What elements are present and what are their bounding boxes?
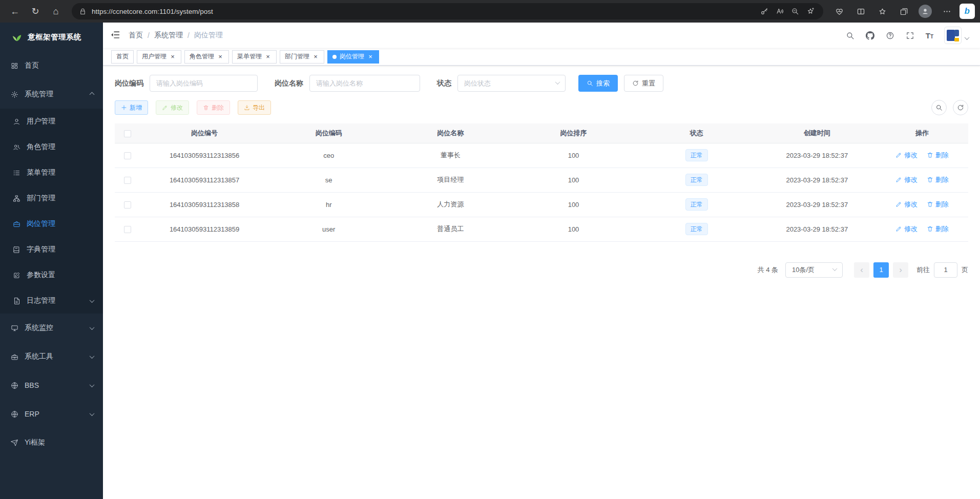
breadcrumb-system[interactable]: 系统管理 bbox=[154, 31, 183, 40]
main-area: 首页 / 系统管理 / 岗位管理 bbox=[103, 23, 980, 499]
favorites-icon[interactable] bbox=[873, 3, 891, 20]
cell-post-order: 100 bbox=[512, 217, 635, 241]
refresh-icon bbox=[957, 104, 964, 111]
delete-button[interactable]: 删除 bbox=[197, 100, 230, 115]
goto-page-input[interactable] bbox=[934, 262, 957, 278]
read-aloud-icon[interactable] bbox=[772, 4, 787, 18]
collections-icon[interactable] bbox=[895, 3, 912, 20]
edit-link[interactable]: 修改 bbox=[895, 200, 918, 209]
tab-role-management[interactable]: 角色管理× bbox=[184, 50, 229, 64]
tab-dept-management[interactable]: 部门管理× bbox=[280, 50, 324, 64]
sidebar-item-dept-management[interactable]: 部门管理 bbox=[0, 185, 103, 211]
delete-link[interactable]: 删除 bbox=[927, 224, 949, 234]
sidebar-item-param-settings[interactable]: 参数设置 bbox=[0, 262, 103, 288]
help-icon[interactable] bbox=[886, 31, 895, 40]
row-checkbox[interactable] bbox=[124, 177, 131, 184]
row-checkbox[interactable] bbox=[124, 152, 131, 159]
sidebar-item-log-management[interactable]: 日志管理 bbox=[0, 288, 103, 314]
sidebar-item-user-management[interactable]: 用户管理 bbox=[0, 109, 103, 134]
edit-icon bbox=[162, 105, 168, 111]
close-icon[interactable]: × bbox=[312, 53, 319, 60]
col-post-code: 岗位编码 bbox=[268, 123, 389, 143]
sidebar-item-bbs[interactable]: BBS bbox=[0, 371, 103, 400]
close-icon[interactable]: × bbox=[169, 53, 176, 60]
post-name-input[interactable] bbox=[309, 75, 420, 92]
copilot-icon[interactable]: b bbox=[960, 4, 975, 19]
row-checkbox[interactable] bbox=[124, 226, 131, 233]
profile-avatar[interactable] bbox=[916, 3, 934, 20]
refresh-table-button[interactable] bbox=[953, 100, 968, 115]
breadcrumb-home[interactable]: 首页 bbox=[129, 31, 143, 40]
close-icon[interactable]: × bbox=[217, 53, 224, 60]
sidebar-item-role-management[interactable]: 角色管理 bbox=[0, 134, 103, 160]
password-key-icon[interactable] bbox=[757, 4, 772, 18]
cell-post-name: 人力资源 bbox=[389, 192, 512, 217]
site-lock-icon[interactable] bbox=[79, 8, 87, 15]
address-bar[interactable]: https://ccnetcore.com:1101/system/post bbox=[72, 3, 823, 19]
browser-refresh-icon[interactable]: ↻ bbox=[27, 3, 44, 20]
more-menu-icon[interactable] bbox=[938, 3, 955, 20]
tab-post-management[interactable]: 岗位管理× bbox=[327, 50, 379, 64]
delete-link[interactable]: 删除 bbox=[927, 175, 949, 184]
trash-icon bbox=[927, 225, 933, 232]
page-size-select[interactable]: 10条/页 bbox=[785, 262, 843, 278]
header-search-icon[interactable] bbox=[846, 31, 855, 40]
sidebar-menu: 首页 系统管理 用户管理 角色管理 bbox=[0, 51, 103, 457]
sidebar-item-erp[interactable]: ERP bbox=[0, 400, 103, 428]
edit-link[interactable]: 修改 bbox=[895, 175, 918, 184]
edit-button[interactable]: 修改 bbox=[156, 100, 189, 115]
sidebar-item-yi-framework[interactable]: Yi框架 bbox=[0, 428, 103, 457]
sidebar-item-menu-management[interactable]: 菜单管理 bbox=[0, 160, 103, 185]
prev-page-button[interactable]: ‹ bbox=[854, 262, 869, 278]
toolbox-icon bbox=[11, 353, 18, 361]
current-page-button[interactable]: 1 bbox=[873, 262, 889, 278]
post-code-input[interactable] bbox=[150, 75, 258, 92]
edit-icon bbox=[895, 225, 902, 232]
edit-icon bbox=[895, 152, 902, 158]
leaf-logo-icon bbox=[11, 31, 23, 43]
row-checkbox[interactable] bbox=[124, 201, 131, 209]
browser-back-icon[interactable]: ← bbox=[6, 3, 24, 20]
sidebar-item-system-tools[interactable]: 系统工具 bbox=[0, 342, 103, 371]
tab-menu-management[interactable]: 菜单管理× bbox=[232, 50, 277, 64]
font-size-icon[interactable]: TT bbox=[926, 32, 933, 39]
tab-user-management[interactable]: 用户管理× bbox=[137, 50, 181, 64]
col-created: 创建时间 bbox=[758, 123, 876, 143]
fullscreen-icon[interactable] bbox=[906, 31, 915, 40]
add-button[interactable]: 新增 bbox=[115, 100, 148, 115]
sidebar-item-post-management[interactable]: 岗位管理 bbox=[0, 211, 103, 237]
edit-link[interactable]: 修改 bbox=[895, 224, 918, 234]
breadcrumb-current: 岗位管理 bbox=[194, 31, 223, 40]
reset-button[interactable]: 重置 bbox=[624, 75, 663, 92]
caret-down-icon[interactable] bbox=[965, 35, 970, 40]
split-screen-icon[interactable] bbox=[852, 3, 869, 20]
list-icon bbox=[13, 169, 20, 177]
sidebar-item-home[interactable]: 首页 bbox=[0, 51, 103, 80]
browser-essentials-icon[interactable] bbox=[830, 3, 848, 20]
close-icon[interactable]: × bbox=[264, 53, 272, 60]
select-all-checkbox[interactable] bbox=[124, 130, 131, 137]
add-favorite-icon[interactable] bbox=[803, 4, 818, 18]
status-select[interactable]: 岗位状态 bbox=[457, 75, 566, 92]
browser-home-icon[interactable]: ⌂ bbox=[47, 3, 65, 20]
search-button[interactable]: 搜索 bbox=[578, 75, 618, 92]
toggle-search-button[interactable] bbox=[931, 100, 947, 115]
cell-post-name: 董事长 bbox=[389, 143, 512, 168]
goto-unit: 页 bbox=[962, 265, 968, 275]
export-button[interactable]: 导出 bbox=[238, 100, 271, 115]
next-page-button[interactable]: › bbox=[893, 262, 908, 278]
sidebar-item-dict-management[interactable]: 字典管理 bbox=[0, 237, 103, 262]
github-icon[interactable] bbox=[866, 31, 875, 40]
sidebar-item-system-management[interactable]: 系统管理 bbox=[0, 80, 103, 109]
delete-link[interactable]: 删除 bbox=[927, 151, 949, 160]
zoom-indicator-icon[interactable] bbox=[787, 4, 803, 18]
tab-home[interactable]: 首页 bbox=[111, 50, 134, 64]
user-avatar[interactable] bbox=[944, 27, 962, 44]
sidebar-item-system-monitor[interactable]: 系统监控 bbox=[0, 314, 103, 342]
close-icon[interactable]: × bbox=[367, 53, 374, 60]
sidebar-fold-icon[interactable] bbox=[110, 30, 121, 41]
edit-link[interactable]: 修改 bbox=[895, 151, 918, 160]
delete-link[interactable]: 删除 bbox=[927, 200, 949, 209]
refresh-icon bbox=[632, 80, 639, 87]
search-icon bbox=[587, 80, 593, 87]
